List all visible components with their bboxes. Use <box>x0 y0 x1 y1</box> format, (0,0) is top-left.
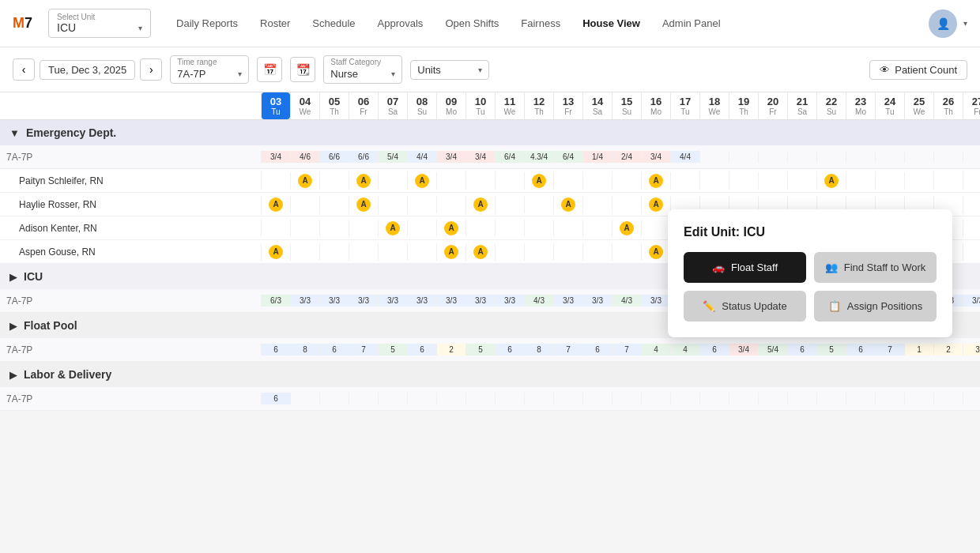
cell-value: 5 <box>466 344 495 356</box>
staff-cell <box>933 172 963 190</box>
staff-cell <box>495 196 524 213</box>
date-header-cell: 06Fr <box>349 92 378 119</box>
cell-value <box>641 393 670 404</box>
main-nav: Daily Reports Roster Schedule Approvals … <box>167 13 919 34</box>
staff-cell: A <box>641 172 670 190</box>
assign-positions-button[interactable]: 📋 Assign Positions <box>814 291 937 322</box>
cell-value: 6 <box>261 393 290 404</box>
date-header-cell: 16Mo <box>641 92 670 119</box>
cell-value: 5/4 <box>758 344 787 356</box>
staff-cell: A <box>436 220 466 237</box>
staff-cell: A <box>524 172 553 190</box>
cell-value <box>963 393 980 404</box>
staff-cell <box>407 196 436 213</box>
cell-value: 6/4 <box>495 151 524 163</box>
cell-value: 3/4 <box>729 344 758 356</box>
cell-value: 2 <box>933 344 963 356</box>
date-header-row: 03Tu04We05Th06Fr07Sa08Su09Mo10Tu11We12Th… <box>0 92 980 120</box>
attendance-badge: A <box>473 198 488 212</box>
date-header-cell: 08Su <box>407 92 436 119</box>
avatar[interactable]: 👤 <box>929 9 957 38</box>
cell-value: 4 <box>641 344 670 356</box>
attendance-badge: A <box>649 245 663 259</box>
cell-value: 6 <box>407 344 436 356</box>
calendar-grid-icon[interactable]: 📅 <box>257 57 282 82</box>
date-header-cell: 18We <box>699 92 729 119</box>
time-range-select[interactable]: Time range 7A-7P ▾ <box>170 55 249 84</box>
cell-value: 6/3 <box>261 295 290 307</box>
attendance-badge: A <box>444 245 458 259</box>
cell-value: 3/3 <box>641 295 670 307</box>
cell-value: 6/6 <box>349 151 378 163</box>
staff-cell <box>436 172 466 190</box>
cell-value: 3/3 <box>495 295 524 307</box>
time-row-cells: 68675625687674463/45/46567123 <box>261 344 980 356</box>
units-select[interactable]: Units ▾ <box>410 60 489 80</box>
cell-value: 1/4 <box>582 151 612 163</box>
cell-value: 7 <box>553 344 582 356</box>
unit-select[interactable]: Select Unit ICU ▾ <box>48 9 151 38</box>
date-header-cell: 17Tu <box>670 92 699 119</box>
staff-cell <box>466 172 495 190</box>
date-header-cell: 10Tu <box>466 92 495 119</box>
section-name: ICU <box>24 270 43 283</box>
attendance-badge: A <box>415 174 429 188</box>
staff-cell <box>963 196 980 213</box>
nav-daily-reports[interactable]: Daily Reports <box>167 13 247 34</box>
cell-value: 3/3 <box>436 295 466 307</box>
staff-cell <box>349 243 378 261</box>
date-navigation: ‹ Tue, Dec 3, 2025 › <box>13 58 162 81</box>
staff-cell: A <box>349 172 378 190</box>
cell-value <box>904 151 933 163</box>
nav-house-view[interactable]: House View <box>573 13 650 34</box>
nav-schedule[interactable]: Schedule <box>303 13 364 34</box>
attendance-badge: A <box>269 245 283 259</box>
attendance-badge: A <box>561 198 575 212</box>
staff-category-label: Staff Category <box>330 58 395 66</box>
nav-approvals[interactable]: Approvals <box>368 13 433 34</box>
prev-date-button[interactable]: ‹ <box>13 58 35 81</box>
next-date-button[interactable]: › <box>140 58 162 81</box>
date-header-cell: 09Mo <box>436 92 466 119</box>
staff-cell <box>524 220 553 237</box>
nav-open-shifts[interactable]: Open Shifts <box>435 13 508 34</box>
cell-value <box>349 393 378 404</box>
cell-value <box>816 151 846 163</box>
cell-value <box>933 393 963 404</box>
section-header[interactable]: ▼ Emergency Dept. <box>0 120 980 145</box>
cell-value <box>787 393 816 404</box>
cell-value: 3/3 <box>466 295 495 307</box>
time-range-value: 7A-7P <box>177 68 205 80</box>
edit-unit-popup: Edit Unit: ICU 🚗 Float Staff 👥 Find Staf… <box>668 209 952 337</box>
date-header-cell: 03Tu <box>261 92 290 119</box>
staff-cell <box>407 220 436 237</box>
staff-cell: A <box>290 172 319 190</box>
date-header-cell: 05Th <box>319 92 349 119</box>
cell-value: 4/3 <box>612 295 641 307</box>
cell-value <box>553 393 582 404</box>
time-row-cells: 6 <box>261 393 980 404</box>
staff-category-select[interactable]: Staff Category Nurse ▾ <box>323 55 402 84</box>
avatar-chevron[interactable]: ▾ <box>963 19 967 28</box>
status-update-label: Status Update <box>722 300 786 312</box>
patient-count-button[interactable]: 👁 Patient Count <box>869 60 967 80</box>
staff-cell <box>612 172 641 190</box>
calendar-range-icon[interactable]: 📆 <box>290 57 315 82</box>
nav-admin-panel[interactable]: Admin Panel <box>653 13 730 34</box>
topbar-right: 👤 ▾ <box>929 9 967 38</box>
status-update-button[interactable]: ✏️ Status Update <box>684 291 806 322</box>
section-toggle-icon: ▶ <box>9 369 17 381</box>
staff-cell <box>553 243 582 261</box>
find-staff-button[interactable]: 👥 Find Staff to Work <box>814 252 937 283</box>
float-staff-button[interactable]: 🚗 Float Staff <box>684 252 806 283</box>
section-header[interactable]: ▶ Labor & Delivery <box>0 362 980 387</box>
cell-value <box>524 393 553 404</box>
nav-fairness[interactable]: Fairness <box>511 13 570 34</box>
cell-value <box>758 151 787 163</box>
filterbar: ‹ Tue, Dec 3, 2025 › Time range 7A-7P ▾ … <box>0 47 980 92</box>
nav-roster[interactable]: Roster <box>251 13 300 34</box>
cell-value <box>407 393 436 404</box>
cell-value: 4.3/4 <box>524 151 553 163</box>
cell-value: 7 <box>349 344 378 356</box>
staff-cell <box>670 172 699 190</box>
